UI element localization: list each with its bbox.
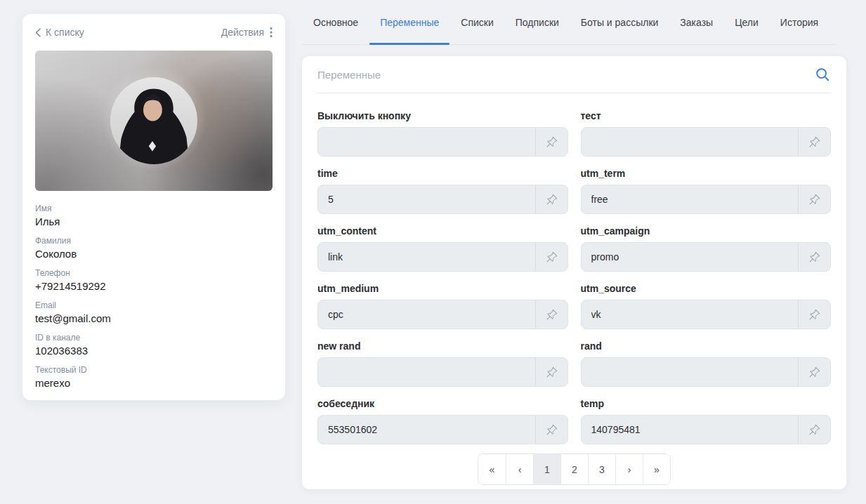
contact-field-label: Текстовый ID [35, 365, 273, 375]
pin-icon [808, 309, 820, 321]
variable-value-input[interactable] [582, 128, 799, 156]
pin-button[interactable] [798, 185, 830, 213]
pagination-button-label: 1 [544, 464, 550, 475]
variable-value-input[interactable] [318, 243, 535, 271]
back-to-list-link[interactable]: К списку [35, 27, 84, 38]
contact-fields: Имя Илья Фамилия Соколов Телефон +792145… [35, 204, 273, 389]
variable-input-group [317, 185, 568, 214]
pagination-button-label: ‹ [518, 464, 522, 475]
tab-label: Основное [313, 17, 358, 28]
variable-input-group [317, 415, 568, 444]
tab-label: Подписки [516, 17, 559, 28]
tab-label: Цели [735, 17, 759, 28]
variable-value-input[interactable] [582, 416, 799, 444]
variables-search-row [317, 56, 831, 93]
pin-button[interactable] [535, 300, 568, 329]
person-portrait [110, 77, 197, 164]
pagination-button-label: 3 [599, 464, 605, 475]
pin-button[interactable] [798, 300, 830, 329]
variable-field: rand [581, 340, 832, 387]
tab-7[interactable]: Цели [735, 0, 759, 45]
pagination-button[interactable]: 2 [560, 454, 588, 484]
actions-button[interactable]: Действия [221, 27, 264, 38]
pagination-button[interactable]: ‹ [506, 454, 533, 484]
tab-6[interactable]: Заказы [680, 0, 713, 45]
search-icon [815, 67, 829, 81]
variable-value-input[interactable] [318, 300, 535, 329]
pin-button[interactable] [535, 185, 568, 213]
variable-input-group [581, 415, 832, 444]
pagination-button[interactable]: « [478, 454, 506, 484]
contact-field: Имя Илья [35, 204, 273, 227]
pin-button[interactable] [798, 243, 830, 271]
variable-field: utm_campaign [581, 225, 832, 272]
pin-icon [546, 309, 558, 321]
tab-4[interactable]: Подписки [516, 0, 559, 45]
pin-button[interactable] [535, 128, 568, 156]
variable-value-input[interactable] [582, 300, 799, 329]
variable-value-input[interactable] [582, 243, 799, 271]
pagination: « ‹ 1 2 3 › » [478, 453, 671, 485]
contact-field-value: +79214519292 [35, 280, 273, 292]
variables-grid: Выключить кнопку тест time [317, 110, 831, 444]
variable-input-group [581, 357, 832, 387]
variable-name: time [317, 168, 568, 179]
contact-card: К списку Действия Имя Илья Фамилия Сокол… [22, 14, 285, 400]
variable-name: temp [581, 398, 832, 409]
pin-icon [546, 194, 558, 206]
pin-button[interactable] [535, 243, 568, 271]
pagination-button[interactable]: 3 [588, 454, 615, 484]
pin-button[interactable] [798, 358, 830, 386]
tab-3[interactable]: Списки [461, 0, 493, 45]
contact-field-label: ID в канале [35, 333, 273, 343]
variable-field: utm_term [581, 168, 832, 214]
contact-field-value: merexo [35, 377, 273, 389]
variable-name: Выключить кнопку [317, 110, 568, 121]
tab-5[interactable]: Боты и рассылки [581, 0, 659, 45]
contact-field-label: Телефон [35, 268, 273, 278]
contact-field-value: test@gmail.com [35, 312, 273, 324]
tab-label: Заказы [680, 17, 713, 28]
contact-field-label: Фамилия [35, 236, 273, 246]
variables-search-input[interactable] [317, 69, 814, 81]
tab-8[interactable]: История [780, 0, 818, 45]
tab-1[interactable]: Основное [313, 0, 358, 45]
tabs-bar: Основное Переменные Списки Подписки Боты… [302, 0, 846, 45]
pin-icon [808, 194, 820, 206]
contact-field-label: Имя [35, 204, 273, 213]
variable-name: new rand [317, 340, 568, 352]
pin-icon [546, 366, 558, 378]
variable-name: собеседник [317, 398, 568, 409]
variable-value-input[interactable] [318, 128, 535, 156]
kebab-menu-icon[interactable] [270, 27, 273, 38]
pin-icon [546, 424, 558, 436]
variable-field: temp [581, 398, 832, 444]
pagination-button[interactable]: 1 [533, 454, 560, 484]
pin-button[interactable] [798, 128, 830, 156]
variable-input-group [317, 127, 568, 157]
variable-field: utm_content [317, 225, 568, 272]
pin-button[interactable] [798, 416, 830, 444]
chevron-left-icon [35, 28, 41, 37]
variable-input-group [317, 300, 568, 329]
pin-icon [808, 136, 820, 148]
pagination-button-label: « [490, 464, 495, 475]
pagination-button[interactable]: › [615, 454, 643, 484]
contact-field: Email test@gmail.com [35, 300, 273, 324]
variable-name: utm_term [581, 168, 832, 179]
tab-2[interactable]: Переменные [380, 0, 439, 45]
contact-field: Телефон +79214519292 [35, 268, 273, 292]
variable-value-input[interactable] [582, 358, 799, 386]
variable-value-input[interactable] [318, 416, 535, 444]
variable-value-input[interactable] [582, 185, 799, 213]
variable-value-input[interactable] [318, 185, 535, 213]
variable-field: тест [581, 110, 832, 157]
pin-button[interactable] [535, 358, 568, 386]
variable-value-input[interactable] [318, 358, 535, 386]
variable-field: собеседник [317, 398, 568, 444]
search-button[interactable] [814, 66, 831, 83]
pin-button[interactable] [535, 416, 568, 444]
avatar [110, 77, 197, 164]
pagination-button[interactable]: » [643, 454, 670, 484]
pin-icon [808, 366, 820, 378]
